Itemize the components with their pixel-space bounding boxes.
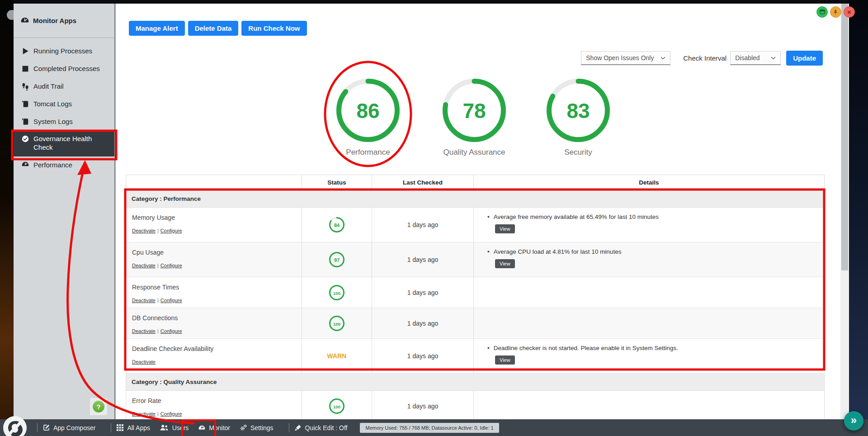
- issue-filter-select[interactable]: Show Open Issues Only: [581, 51, 670, 65]
- details-cell: [473, 391, 824, 421]
- taskbar-item-settings[interactable]: Settings: [240, 424, 274, 431]
- expand-panel-button[interactable]: »: [844, 411, 863, 431]
- svg-text:100: 100: [333, 404, 340, 409]
- deactivate-link[interactable]: Deactivate: [132, 411, 156, 417]
- pin-button[interactable]: [830, 6, 841, 18]
- taskbar-item-app-composer[interactable]: App Composer: [43, 424, 95, 431]
- deactivate-link[interactable]: Deactivate: [132, 228, 156, 233]
- sidebar-item-running-processes[interactable]: Running Processes: [14, 43, 114, 60]
- desktop-background-left: [0, 0, 14, 436]
- configure-link[interactable]: Configure: [160, 328, 182, 334]
- delete-data-button[interactable]: Delete Data: [188, 21, 239, 36]
- deactivate-link[interactable]: Deactivate: [132, 263, 156, 268]
- table-row-error-rate: Error Rate Deactivate|Configure 100 1 da…: [126, 391, 824, 422]
- check-interval-label: Check Interval: [683, 54, 726, 62]
- check-name-cell: Cpu Usage Deactivate|Configure: [126, 242, 302, 277]
- table-row-response-times: Response Times Deactivate|Configure 100 …: [126, 277, 824, 308]
- grid-icon: [117, 424, 123, 431]
- gauge-ring: 84: [329, 217, 344, 232]
- taskbar-item-label: Settings: [250, 424, 274, 431]
- taskbar-item-all-apps[interactable]: All Apps: [117, 424, 150, 431]
- configure-link[interactable]: Configure: [160, 263, 182, 268]
- deactivate-link[interactable]: Deactivate: [132, 328, 156, 334]
- view-button[interactable]: View: [495, 259, 515, 268]
- chevron-down-icon: [660, 57, 665, 60]
- gears-icon: [240, 424, 247, 431]
- view-button[interactable]: View: [495, 224, 515, 233]
- sidebar-item-label: Completed Processes: [33, 65, 100, 73]
- details-cell: •Deadline checker is not started. Please…: [473, 339, 824, 373]
- deactivate-link[interactable]: Deactivate: [132, 298, 156, 303]
- details-cell: [473, 277, 824, 308]
- svg-text:84: 84: [334, 223, 340, 228]
- double-chevron-right-icon: »: [851, 414, 857, 427]
- gauge-ring: 97: [329, 252, 344, 267]
- view-button[interactable]: View: [495, 355, 515, 365]
- run-check-now-button[interactable]: Run Check Now: [241, 21, 307, 36]
- scrollbar-thumb[interactable]: [841, 4, 848, 270]
- taskbar-item-monitor[interactable]: Monitor: [198, 424, 230, 431]
- sidebar: Monitor Apps Running Processes Completed…: [14, 4, 115, 419]
- sidebar-item-system-logs[interactable]: System Logs: [14, 113, 114, 131]
- manage-alert-button[interactable]: Manage Alert: [129, 21, 185, 36]
- configure-link[interactable]: Configure: [160, 411, 182, 417]
- taskbar-item-label: Monitor: [209, 424, 230, 431]
- help-button[interactable]: ?: [90, 398, 107, 415]
- link-separator: |: [157, 228, 159, 233]
- link-separator: |: [157, 411, 159, 417]
- check-name-cell: Response Times Deactivate|Configure: [126, 277, 302, 308]
- status-cell: 84: [302, 208, 372, 242]
- sidebar-item-tomcat-logs[interactable]: Tomcat Logs: [14, 95, 114, 113]
- update-button[interactable]: Update: [786, 51, 823, 66]
- svg-text:78: 78: [462, 99, 486, 123]
- sidebar-item-performance[interactable]: Performance: [14, 156, 114, 174]
- deactivate-link[interactable]: Deactivate: [132, 359, 156, 365]
- sidebar-item-completed-processes[interactable]: Completed Processes: [14, 60, 114, 78]
- close-icon: ×: [847, 8, 851, 16]
- question-icon: ?: [93, 401, 104, 412]
- footprints-icon: [22, 83, 29, 91]
- play-icon: [22, 47, 29, 55]
- gauge-ring: 86: [336, 79, 400, 142]
- gauge-icon: [22, 161, 29, 167]
- sidebar-item-governance-health-check[interactable]: Governance Health Check: [14, 130, 114, 156]
- issue-filter-value: Show Open Issues Only: [586, 54, 654, 62]
- gauge-security: 83 Security: [542, 79, 614, 157]
- detail-item: •Average CPU load at 4.81% for last 10 m…: [487, 248, 820, 255]
- taskbar-item-users[interactable]: Users: [160, 424, 189, 431]
- check-name: Error Rate: [132, 397, 297, 404]
- taskbar-separator: [111, 423, 111, 432]
- bullet-icon: •: [487, 248, 490, 255]
- window-controls: ×: [816, 6, 855, 18]
- details-cell: •Average CPU load at 4.81% for last 10 m…: [473, 242, 824, 277]
- sidebar-item-label: Running Processes: [33, 47, 92, 56]
- last-checked-cell: 1 days ago: [372, 339, 473, 373]
- details-cell: [473, 308, 824, 338]
- close-button[interactable]: ×: [844, 6, 855, 18]
- configure-link[interactable]: Configure: [160, 228, 182, 233]
- check-links: Deactivate|Configure: [132, 298, 297, 303]
- link-separator: |: [157, 263, 159, 268]
- gauge-label: Quality Assurance: [438, 148, 510, 157]
- taskbar-item-quick-edit-off[interactable]: Quick Edit : Off: [295, 424, 348, 431]
- gauge-label: Performance: [332, 148, 404, 157]
- link-separator: |: [157, 328, 159, 334]
- taskbar-item-label: App Composer: [53, 424, 95, 431]
- minimize-button[interactable]: [816, 6, 828, 18]
- status-cell: 100: [302, 308, 372, 338]
- check-name: Cpu Usage: [132, 249, 297, 256]
- taskbar-item-label: Quick Edit : Off: [305, 424, 348, 431]
- vertical-scrollbar[interactable]: [840, 4, 849, 419]
- gauge-ring: 100: [329, 398, 344, 414]
- last-checked-cell: 1 days ago: [372, 242, 473, 277]
- svg-text:83: 83: [566, 99, 590, 123]
- check-interval-select[interactable]: Disabled: [730, 51, 781, 65]
- table-header-cell: Details: [473, 175, 824, 190]
- main-content: Manage AlertDelete DataRun Check Now Sho…: [115, 4, 849, 419]
- app-logo[interactable]: [3, 416, 27, 436]
- check-name-cell: DB Connections Deactivate|Configure: [126, 308, 302, 338]
- status-cell: WARN: [302, 339, 372, 373]
- window-icon: [820, 9, 825, 14]
- configure-link[interactable]: Configure: [160, 298, 182, 303]
- sidebar-item-audit-trail[interactable]: Audit Trail: [14, 78, 114, 95]
